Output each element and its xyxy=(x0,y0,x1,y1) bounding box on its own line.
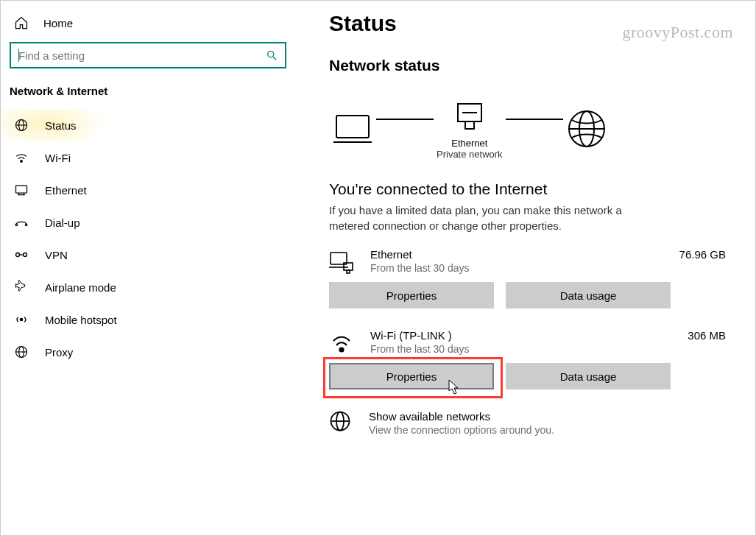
available-sub: View the connection options around you. xyxy=(369,424,554,436)
conn-usage: 76.96 GB xyxy=(667,248,733,261)
sidebar-item-ethernet[interactable]: Ethernet xyxy=(1,174,295,206)
search-input[interactable] xyxy=(18,49,266,62)
conn-sub: From the last 30 days xyxy=(370,262,667,274)
home-icon xyxy=(14,15,29,30)
nav-label: Ethernet xyxy=(45,184,87,197)
diagram-pc-node xyxy=(332,108,373,149)
sidebar-item-airplane[interactable]: Airplane mode xyxy=(1,271,295,303)
svg-point-0 xyxy=(268,52,274,57)
wifi-properties-button[interactable]: Properties xyxy=(329,363,494,389)
svg-point-5 xyxy=(21,161,23,163)
ethernet-conn-icon xyxy=(329,250,354,275)
dialup-icon xyxy=(14,215,29,230)
subtitle: Network status xyxy=(329,57,733,74)
nav-label: Mobile hotspot xyxy=(45,314,117,326)
search-icon xyxy=(266,49,278,61)
wifi-icon xyxy=(14,150,29,165)
sidebar: Home Network & Internet Status Wi-Fi Eth… xyxy=(1,1,295,535)
conn-name: Ethernet xyxy=(370,248,667,261)
connected-text: If you have a limited data plan, you can… xyxy=(329,202,660,233)
ethernet-data-usage-button[interactable]: Data usage xyxy=(506,282,671,308)
hotspot-icon xyxy=(14,312,29,327)
sidebar-item-wifi[interactable]: Wi-Fi xyxy=(1,141,295,174)
svg-line-1 xyxy=(273,57,276,60)
cursor-icon xyxy=(448,379,460,395)
ethernet-icon xyxy=(14,183,29,197)
svg-rect-18 xyxy=(336,116,369,138)
sidebar-home[interactable]: Home xyxy=(1,11,295,42)
vpn-icon xyxy=(14,247,29,262)
sidebar-home-label: Home xyxy=(43,17,73,29)
available-title: Show available networks xyxy=(369,410,554,423)
svg-point-10 xyxy=(15,224,18,226)
diagram-middle-label: Ethernet xyxy=(451,138,487,149)
nav-label: Wi-Fi xyxy=(45,152,71,164)
sidebar-item-status[interactable]: Status xyxy=(1,109,295,141)
watermark: groovyPost.com xyxy=(622,23,733,42)
proxy-icon xyxy=(14,345,29,359)
conn-name: Wi-Fi (TP-LINK ) xyxy=(370,329,667,342)
diagram-router-node: Ethernet Private network xyxy=(437,98,503,160)
svg-point-30 xyxy=(340,348,344,352)
pc-icon xyxy=(332,108,373,149)
diagram-globe-node xyxy=(566,108,607,149)
sidebar-item-vpn[interactable]: VPN xyxy=(1,239,295,271)
ethernet-properties-button[interactable]: Properties xyxy=(329,282,494,308)
svg-point-13 xyxy=(24,253,27,257)
svg-point-12 xyxy=(16,253,20,257)
sidebar-section-title: Network & Internet xyxy=(1,85,295,109)
connected-title: You're connected to the Internet xyxy=(329,180,733,198)
diagram-middle-sub: Private network xyxy=(437,149,503,160)
globe-icon xyxy=(14,118,29,133)
connection-wifi: Wi-Fi (TP-LINK ) From the last 30 days 3… xyxy=(329,329,733,389)
nav-label: Airplane mode xyxy=(45,281,116,294)
wifi-conn-icon xyxy=(329,331,354,356)
sidebar-item-proxy[interactable]: Proxy xyxy=(1,336,295,368)
nav-label: Status xyxy=(45,119,77,132)
router-icon xyxy=(452,98,487,133)
globe-large-icon xyxy=(566,108,607,149)
airplane-icon xyxy=(14,280,29,295)
main-content: groovyPost.com Status Network status Eth… xyxy=(295,1,755,535)
svg-point-11 xyxy=(25,224,27,226)
connection-ethernet: Ethernet From the last 30 days 76.96 GB … xyxy=(329,248,733,308)
conn-usage: 306 MB xyxy=(667,329,733,342)
nav-label: Proxy xyxy=(45,346,73,359)
search-box[interactable] xyxy=(10,42,286,68)
nav-label: Dial-up xyxy=(45,216,80,229)
show-available-networks[interactable]: Show available networks View the connect… xyxy=(329,410,733,436)
svg-rect-29 xyxy=(347,270,350,273)
globe-small-icon xyxy=(329,410,351,432)
nav-label: VPN xyxy=(45,249,68,261)
network-diagram: Ethernet Private network xyxy=(329,98,733,160)
sidebar-item-hotspot[interactable]: Mobile hotspot xyxy=(1,303,295,336)
svg-point-14 xyxy=(20,318,22,320)
conn-sub: From the last 30 days xyxy=(370,343,667,355)
sidebar-item-dialup[interactable]: Dial-up xyxy=(1,206,295,239)
svg-rect-6 xyxy=(16,186,27,193)
wifi-data-usage-button[interactable]: Data usage xyxy=(506,363,671,389)
svg-rect-21 xyxy=(465,121,474,129)
